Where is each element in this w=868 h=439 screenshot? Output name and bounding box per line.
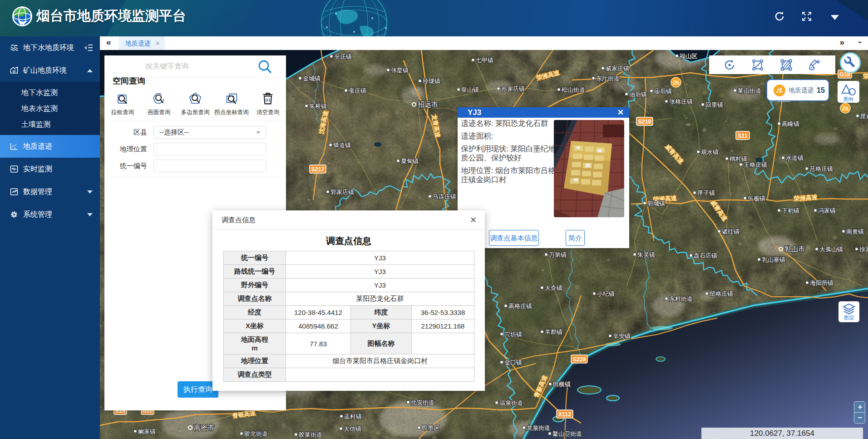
svg-text:午极镇: 午极镇 xyxy=(748,195,765,202)
svg-text:莱山街道: 莱山街道 xyxy=(738,87,761,94)
svg-text:留格庄镇: 留格庄镇 xyxy=(710,290,733,297)
svg-text:S217: S217 xyxy=(311,166,324,173)
svg-text:松山街道: 松山街道 xyxy=(561,86,585,93)
svg-text:夏甸镇: 夏甸镇 xyxy=(401,158,419,165)
svg-text:朱吴镇: 朱吴镇 xyxy=(637,251,655,258)
svg-text:温泉街道: 温泉街道 xyxy=(499,399,523,406)
svg-text:即墨区: 即墨区 xyxy=(422,424,439,431)
svg-text:龙泉街道: 龙泉街道 xyxy=(527,424,550,431)
svg-text:荣: 荣 xyxy=(863,73,868,80)
svg-text:海阳所镇: 海阳所镇 xyxy=(810,279,833,286)
svg-text:胶北街道: 胶北街道 xyxy=(244,430,268,437)
svg-text:莒格庄镇: 莒格庄镇 xyxy=(809,165,833,172)
svg-text:阜山镇: 阜山镇 xyxy=(461,86,479,93)
svg-text:诸往镇: 诸往镇 xyxy=(722,228,740,235)
svg-text:高密市: 高密市 xyxy=(194,424,214,431)
svg-text:乳山寨镇: 乳山寨镇 xyxy=(762,256,785,263)
svg-text:观水镇: 观水镇 xyxy=(701,149,719,155)
svg-text:辛安镇: 辛安镇 xyxy=(613,333,631,339)
svg-text:乳山市: 乳山市 xyxy=(784,245,805,253)
svg-text:驿道镇: 驿道镇 xyxy=(333,142,351,149)
svg-text:水道镇: 水道镇 xyxy=(786,155,804,161)
svg-text:招远市: 招远市 xyxy=(418,100,438,108)
svg-text:苏家店镇: 苏家店镇 xyxy=(501,85,525,92)
svg-text:郭城镇: 郭城镇 xyxy=(647,200,665,207)
svg-text:高格庄镇: 高格庄镇 xyxy=(508,303,532,309)
svg-text:大孤山镇: 大孤山镇 xyxy=(819,246,843,253)
svg-text:阚家镇: 阚家镇 xyxy=(138,428,156,435)
svg-text:张格庄镇: 张格庄镇 xyxy=(669,98,693,105)
svg-text:蚕庄镇: 蚕庄镇 xyxy=(349,87,366,94)
svg-text:S11: S11 xyxy=(738,133,748,139)
svg-text:郭家店镇: 郭家店镇 xyxy=(330,189,354,195)
svg-text:X112: X112 xyxy=(558,411,572,418)
svg-text:王格庄镇: 王格庄镇 xyxy=(744,161,767,168)
svg-text:羊郡镇: 羊郡镇 xyxy=(545,329,562,335)
svg-text:东村街道: 东村街道 xyxy=(669,295,693,302)
svg-text:辛庄镇: 辛庄镇 xyxy=(334,53,352,60)
svg-text:北安街道: 北安街道 xyxy=(411,399,434,406)
svg-text:回里镇: 回里镇 xyxy=(705,101,723,108)
svg-text:东厅街道: 东厅街道 xyxy=(596,75,620,82)
svg-text:盘石店镇: 盘石店镇 xyxy=(694,252,717,259)
svg-text:大信镇: 大信镇 xyxy=(344,425,361,432)
svg-text:威家庄镇: 威家庄镇 xyxy=(606,65,629,72)
svg-text:小纪镇: 小纪镇 xyxy=(597,290,615,297)
svg-text:胶莱街道: 胶莱街道 xyxy=(299,431,322,438)
svg-text:蓝村镇: 蓝村镇 xyxy=(344,413,362,420)
svg-text:庙后镇: 庙后镇 xyxy=(654,88,672,95)
svg-text:徐家镇: 徐家镇 xyxy=(859,246,868,253)
svg-text:金城镇: 金城镇 xyxy=(303,75,321,82)
svg-text:S228: S228 xyxy=(572,356,586,363)
svg-text:张星镇: 张星镇 xyxy=(391,67,409,74)
svg-text:下初镇: 下初镇 xyxy=(782,207,799,214)
svg-text:福山区: 福山区 xyxy=(679,53,697,60)
svg-text:冯家镇: 冯家镇 xyxy=(818,207,836,214)
svg-text:穴坊镇: 穴坊镇 xyxy=(504,331,522,338)
svg-text:油后镇: 油后镇 xyxy=(629,91,647,98)
svg-text:S210: S210 xyxy=(638,119,651,125)
svg-text:七甲镇: 七甲镇 xyxy=(476,57,493,64)
svg-text:朱桥镇: 朱桥镇 xyxy=(309,103,327,110)
svg-text:金口镇: 金口镇 xyxy=(504,359,522,366)
svg-text:田横镇: 田横镇 xyxy=(553,381,571,388)
svg-text:昆嵛镇: 昆嵛镇 xyxy=(860,113,868,120)
svg-text:大夼镇: 大夼镇 xyxy=(545,284,562,291)
svg-text:玲珑镇: 玲珑镇 xyxy=(422,78,440,85)
svg-text:庠子镇: 庠子镇 xyxy=(697,190,715,196)
svg-text:鳌山卫街道: 鳌山卫街道 xyxy=(552,430,582,437)
svg-text:高疃镇: 高疃镇 xyxy=(782,120,799,127)
svg-text:南黄镇: 南黄镇 xyxy=(846,228,864,235)
svg-text:马连庄镇: 马连庄镇 xyxy=(433,193,456,200)
svg-text:万第镇: 万第镇 xyxy=(549,251,567,258)
